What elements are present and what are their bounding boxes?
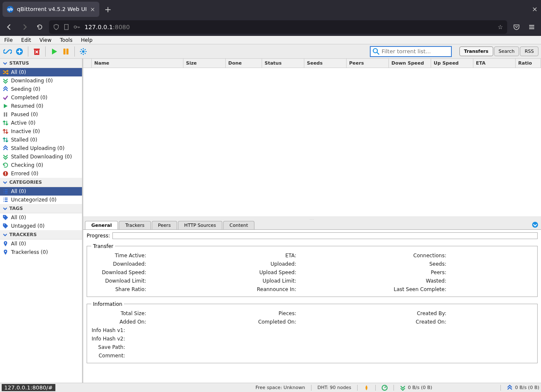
alt-speed-icon[interactable]: [363, 385, 369, 391]
view-tab-search[interactable]: Search: [494, 46, 519, 56]
info-label: Added On:: [91, 319, 146, 325]
svg-rect-4: [34, 49, 40, 50]
sidebar-header-trackers[interactable]: TRACKERS: [0, 230, 82, 240]
col-done[interactable]: Done: [226, 59, 262, 68]
sidebar-item-label: Seeding (0): [11, 86, 40, 92]
sidebar-item[interactable]: Downloading (0): [0, 76, 82, 85]
upload-speed[interactable]: 0 B/s (0 B): [507, 385, 539, 391]
col-size[interactable]: Size: [183, 59, 226, 68]
app-menu-icon[interactable]: [526, 21, 538, 33]
new-tab-button[interactable]: +: [104, 4, 112, 14]
tag-icon: [3, 223, 8, 229]
info-label: Reannounce In:: [241, 286, 296, 292]
col-eta[interactable]: ETA: [473, 59, 516, 68]
detail-tab-trackers[interactable]: Trackers: [119, 221, 150, 229]
separator: [74, 46, 75, 57]
speed-limits-icon[interactable]: [382, 385, 388, 391]
back-button[interactable]: [3, 21, 15, 33]
detail-tab-general[interactable]: General: [85, 221, 118, 229]
svg-point-16: [5, 242, 6, 244]
col-up-speed[interactable]: Up Speed: [431, 59, 473, 68]
add-link-button[interactable]: [3, 46, 13, 57]
sidebar-item[interactable]: All (0): [0, 240, 82, 248]
col-ratio[interactable]: Ratio: [516, 59, 541, 68]
menu-view[interactable]: View: [35, 36, 55, 44]
sidebar-item[interactable]: Paused (0): [0, 110, 82, 119]
sidebar-item[interactable]: All (0): [0, 187, 82, 196]
sidebar-item[interactable]: Resumed (0): [0, 102, 82, 110]
sidebar-item[interactable]: Inactive (0): [0, 127, 82, 136]
col-peers[interactable]: Peers: [347, 59, 389, 68]
sidebar-item[interactable]: Stalled (0): [0, 136, 82, 144]
sidebar-item[interactable]: Checking (0): [0, 161, 82, 169]
col-down-speed[interactable]: Down Speed: [389, 59, 431, 68]
sidebar-header-status[interactable]: STATUS: [0, 59, 82, 68]
sidebar-item[interactable]: Trackerless (0): [0, 248, 82, 256]
info-label: Completed On:: [241, 319, 296, 325]
filter-input[interactable]: [382, 48, 449, 54]
browser-chrome: qb qBittorrent v4.5.2 Web UI × + × 127: [0, 0, 541, 36]
reload-button[interactable]: [34, 21, 46, 33]
col-checkbox[interactable]: [83, 59, 92, 68]
delete-button[interactable]: [32, 46, 42, 57]
pause-button[interactable]: [61, 46, 71, 57]
sidebar-item[interactable]: Errored (0): [0, 169, 82, 178]
up-chev-icon: [3, 145, 8, 151]
preferences-button[interactable]: [78, 46, 88, 57]
forward-button[interactable]: [19, 21, 30, 33]
info-label: Seeds:: [391, 261, 446, 267]
menu-help[interactable]: Help: [77, 36, 96, 44]
collapse-detail-icon[interactable]: [532, 221, 538, 230]
sidebar-item[interactable]: Untagged (0): [0, 222, 82, 230]
sidebar-header-tags[interactable]: TAGS: [0, 204, 82, 213]
col-seeds[interactable]: Seeds: [304, 59, 347, 68]
key-icon[interactable]: [74, 24, 80, 30]
menu-tools[interactable]: Tools: [56, 36, 77, 44]
sidebar-item[interactable]: All (0): [0, 68, 82, 76]
chevron-down-icon: [3, 232, 8, 237]
transfer-legend: Transfer: [91, 243, 115, 249]
view-tab-rss[interactable]: RSS: [520, 46, 538, 56]
add-torrent-button[interactable]: [14, 46, 25, 57]
sidebar-item[interactable]: Completed (0): [0, 93, 82, 102]
sidebar-item[interactable]: Active (0): [0, 119, 82, 127]
info-label: ETA:: [241, 253, 296, 259]
sidebar-item[interactable]: Stalled Downloading (0): [0, 152, 82, 161]
info-label: Info Hash v2:: [91, 336, 125, 342]
detail-tab-peers[interactable]: Peers: [152, 221, 177, 229]
sidebar-item[interactable]: Stalled Uploading (0): [0, 144, 82, 152]
view-tab-transfers[interactable]: Transfers: [459, 46, 493, 56]
sidebar-item[interactable]: Uncategorized (0): [0, 196, 82, 204]
shield-icon[interactable]: [53, 24, 59, 30]
window-close-icon[interactable]: ×: [532, 5, 538, 13]
torrent-table-header: Name Size Done Status Seeds Peers Down S…: [83, 59, 541, 68]
info-label: Created By:: [391, 310, 446, 316]
updown-icon: [3, 128, 8, 134]
browser-tab[interactable]: qb qBittorrent v4.5.2 Web UI ×: [3, 2, 99, 17]
horizontal-splitter[interactable]: …: [83, 216, 541, 220]
detail-tab-http-sources[interactable]: HTTP Sources: [178, 221, 222, 229]
info-label: Connections:: [391, 253, 446, 259]
detail-body: Progress: Transfer Time Active:ETA:Conne…: [83, 229, 541, 383]
sidebar-item[interactable]: Seeding (0): [0, 85, 82, 93]
sidebar-header-categories[interactable]: CATEGORIES: [0, 178, 82, 187]
pocket-icon[interactable]: [511, 21, 522, 33]
download-speed[interactable]: 0 B/s (0 B): [400, 385, 432, 391]
page-icon[interactable]: [63, 24, 69, 30]
resume-button[interactable]: [49, 46, 59, 57]
pin-icon: [3, 249, 8, 255]
app-menu-bar: FileEditViewToolsHelp: [0, 36, 541, 44]
bookmark-star-icon[interactable]: ☆: [497, 24, 503, 30]
col-name[interactable]: Name: [92, 59, 183, 68]
svg-rect-12: [5, 172, 6, 174]
col-status[interactable]: Status: [262, 59, 304, 68]
url-bar[interactable]: 127.0.0.1:8080 ☆: [49, 20, 507, 34]
tab-close-icon[interactable]: ×: [90, 6, 95, 13]
menu-file[interactable]: File: [0, 36, 17, 44]
sidebar-item-label: Completed (0): [11, 95, 47, 101]
menu-edit[interactable]: Edit: [17, 36, 35, 44]
hover-url: 127.0.0.1:8080/#: [2, 384, 55, 391]
detail-tab-content[interactable]: Content: [223, 221, 254, 229]
sidebar-item[interactable]: All (0): [0, 213, 82, 222]
filter-search[interactable]: [370, 46, 452, 57]
